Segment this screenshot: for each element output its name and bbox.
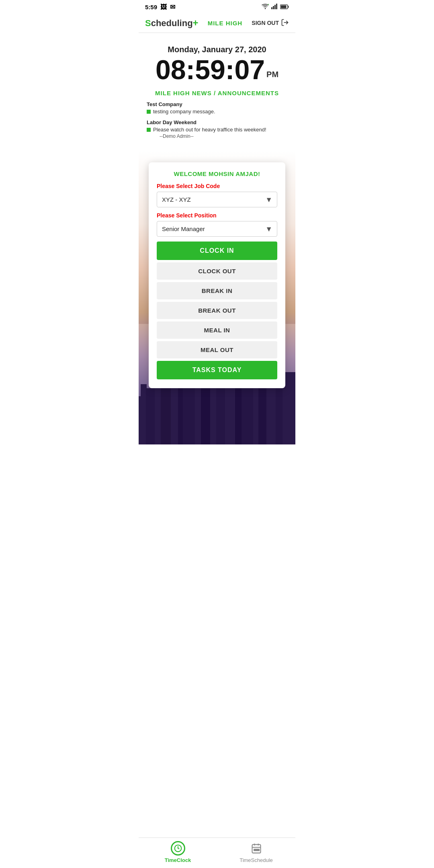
announcements-section: MILE HIGH NEWS / ANNOUNCEMENTS Test Comp… [139, 90, 295, 150]
svg-rect-3 [274, 5, 276, 9]
bullet-icon-1 [147, 110, 151, 114]
break-out-button[interactable]: BREAK OUT [157, 302, 277, 319]
clock-in-button[interactable]: CLOCK IN [157, 242, 277, 260]
svg-rect-12 [146, 388, 156, 444]
welcome-text: WELCOME MOHSIN AMJAD! [157, 170, 277, 177]
sign-out-icon [281, 18, 289, 28]
date-display: Monday, January 27, 2020 [147, 45, 287, 54]
bullet-icon-2 [147, 128, 151, 132]
status-time: 5:59 [145, 4, 157, 10]
logo-s: S [145, 18, 151, 28]
job-code-select[interactable]: XYZ - XYZ Option 2 [157, 192, 277, 207]
sign-out-label: SIGN OUT [252, 20, 279, 26]
photo-icon: 🖼 [160, 4, 167, 11]
status-left: 5:59 🖼 ✉ [145, 3, 175, 11]
svg-rect-17 [183, 380, 197, 444]
announcement-bullet-2: Please watch out for heavy traffice this… [147, 127, 287, 139]
announcements-title: MILE HIGH NEWS / ANNOUNCEMENTS [147, 90, 287, 96]
svg-text:+: + [268, 4, 269, 6]
time-display: 08:59:07 PM [147, 56, 287, 83]
svg-rect-1 [271, 7, 272, 9]
datetime-section: Monday, January 27, 2020 08:59:07 PM [139, 33, 295, 90]
status-bar: 5:59 🖼 ✉ + [139, 0, 295, 13]
wifi-icon: + [262, 4, 269, 10]
tasks-today-button[interactable]: TASKS TODAY [157, 361, 277, 379]
position-dropdown-wrapper: Senior Manager Manager Staff ▼ [157, 221, 277, 237]
position-label: Please Select Position [157, 212, 277, 219]
mail-icon: ✉ [170, 3, 175, 11]
dialog-card: WELCOME MOHSIN AMJAD! Please Select Job … [149, 162, 285, 388]
announcement-author-2: --Demo Admin-- [160, 133, 266, 139]
status-right: + [262, 4, 289, 10]
sign-out-button[interactable]: SIGN OUT [252, 18, 289, 28]
announcement-bullet-1: testing company message. [147, 108, 287, 115]
announcement-item-2: Labor Day Weekend Please watch out for h… [147, 119, 287, 139]
company-name: MILE HIGH [208, 20, 243, 27]
announcement-message-2: Please watch out for heavy traffice this… [153, 127, 266, 133]
announcement-header-1: Test Company [147, 101, 287, 107]
position-select[interactable]: Senior Manager Manager Staff [157, 221, 277, 237]
meal-in-button[interactable]: MEAL IN [157, 321, 277, 339]
announcement-item-1: Test Company testing company message. [147, 101, 287, 115]
logo: Scheduling+ [145, 17, 199, 29]
meal-out-button[interactable]: MEAL OUT [157, 341, 277, 358]
logo-text: cheduling [151, 18, 193, 28]
time-digits: 08:59:07 [156, 56, 265, 83]
break-in-button[interactable]: BREAK IN [157, 282, 277, 299]
signal-icon [271, 4, 278, 10]
svg-rect-21 [216, 384, 226, 444]
svg-rect-6 [288, 6, 289, 8]
svg-rect-2 [273, 6, 274, 9]
main-content: Monday, January 27, 2020 08:59:07 PM MIL… [139, 33, 295, 444]
announcement-header-2: Labor Day Weekend [147, 119, 287, 125]
announcement-message-1: testing company message. [153, 108, 215, 115]
logo-plus: + [193, 17, 199, 28]
job-code-dropdown-wrapper: XYZ - XYZ Option 2 ▼ [157, 192, 277, 207]
clock-out-button[interactable]: CLOCK OUT [157, 262, 277, 280]
cityscape-section: WELCOME MOHSIN AMJAD! Please Select Job … [139, 150, 295, 444]
svg-rect-4 [276, 4, 277, 9]
svg-rect-7 [281, 6, 287, 8]
battery-icon [280, 4, 289, 10]
svg-rect-11 [141, 384, 147, 444]
job-code-label: Please Select Job Code [157, 183, 277, 189]
top-nav: Scheduling+ MILE HIGH SIGN OUT [139, 13, 295, 33]
time-ampm: PM [266, 70, 278, 78]
